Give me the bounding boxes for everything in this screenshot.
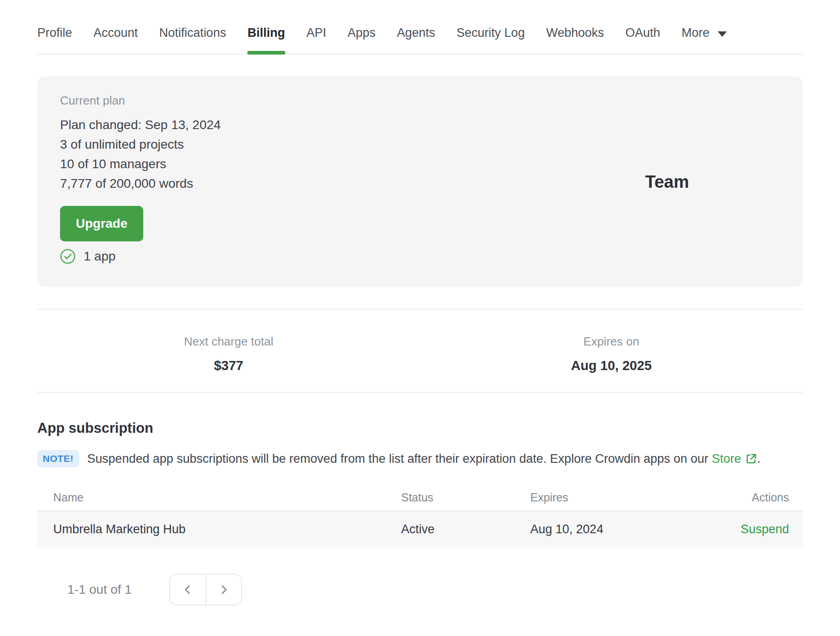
- pagination-controls: [169, 574, 242, 606]
- billing-summary: Next charge total $377 Expires on Aug 10…: [37, 310, 803, 392]
- plan-changed-date: Plan changed: Sep 13, 2024: [60, 115, 780, 135]
- note-text-body: Suspended app subscriptions will be remo…: [87, 452, 709, 466]
- apps-count-row: 1 app: [60, 249, 780, 264]
- subscription-status: Active: [401, 511, 530, 547]
- column-header-name: Name: [37, 485, 401, 511]
- subscription-name: Umbrella Marketing Hub: [37, 511, 401, 547]
- expires-on-value: Aug 10, 2025: [420, 358, 803, 373]
- column-header-expires: Expires: [530, 485, 721, 511]
- app-subscription-title: App subscription: [37, 420, 803, 436]
- subscription-expires: Aug 10, 2024: [530, 511, 721, 547]
- chevron-right-icon: [219, 585, 229, 595]
- tab-agents[interactable]: Agents: [397, 26, 435, 54]
- tab-account[interactable]: Account: [94, 26, 138, 54]
- note-suffix: .: [757, 452, 761, 466]
- check-circle-icon: [60, 249, 75, 264]
- divider: [37, 392, 803, 393]
- pagination: 1-1 out of 1: [37, 574, 803, 606]
- apps-count-label: 1 app: [84, 249, 116, 264]
- pagination-count: 1-1 out of 1: [67, 582, 132, 597]
- expires-on-block: Expires on Aug 10, 2025: [420, 335, 803, 373]
- current-plan-card: Current plan Plan changed: Sep 13, 2024 …: [37, 76, 803, 287]
- plan-managers-usage: 10 of 10 managers: [60, 154, 780, 174]
- expires-on-label: Expires on: [420, 335, 803, 349]
- upgrade-button[interactable]: Upgrade: [60, 206, 143, 241]
- previous-page-button[interactable]: [170, 575, 206, 605]
- subscription-note: NOTE! Suspended app subscriptions will b…: [37, 450, 803, 467]
- tab-api[interactable]: API: [307, 26, 327, 54]
- column-header-actions: Actions: [721, 485, 803, 511]
- next-page-button[interactable]: [206, 575, 241, 605]
- column-header-status: Status: [401, 485, 530, 511]
- store-link[interactable]: Store: [712, 452, 757, 466]
- table-header-row: Name Status Expires Actions: [37, 485, 803, 511]
- billing-settings-page: Profile Account Notifications Billing AP…: [0, 0, 840, 606]
- tab-more-label: More: [682, 26, 710, 40]
- note-text: Suspended app subscriptions will be remo…: [87, 452, 760, 466]
- tab-notifications[interactable]: Notifications: [159, 26, 226, 54]
- store-link-label: Store: [712, 452, 741, 466]
- current-plan-label: Current plan: [60, 94, 780, 108]
- tab-security-log[interactable]: Security Log: [457, 26, 525, 54]
- suspend-link[interactable]: Suspend: [740, 522, 789, 536]
- tab-oauth[interactable]: OAuth: [625, 26, 660, 54]
- next-charge-value: $377: [37, 358, 420, 373]
- plan-projects-usage: 3 of unlimited projects: [60, 135, 780, 154]
- tab-apps[interactable]: Apps: [347, 26, 376, 54]
- subscriptions-table: Name Status Expires Actions Umbrella Mar…: [37, 485, 803, 547]
- table-row: Umbrella Marketing Hub Active Aug 10, 20…: [37, 511, 803, 547]
- note-badge: NOTE!: [37, 450, 79, 467]
- chevron-down-icon: [718, 31, 727, 37]
- tab-webhooks[interactable]: Webhooks: [546, 26, 604, 54]
- settings-tab-bar: Profile Account Notifications Billing AP…: [37, 0, 803, 55]
- chevron-left-icon: [183, 585, 193, 595]
- plan-name: Team: [645, 172, 689, 191]
- external-link-icon: [745, 453, 757, 465]
- next-charge-block: Next charge total $377: [37, 335, 420, 373]
- tab-profile[interactable]: Profile: [37, 26, 72, 54]
- next-charge-label: Next charge total: [37, 335, 420, 349]
- tab-billing[interactable]: Billing: [247, 26, 285, 54]
- tab-more[interactable]: More: [682, 26, 727, 54]
